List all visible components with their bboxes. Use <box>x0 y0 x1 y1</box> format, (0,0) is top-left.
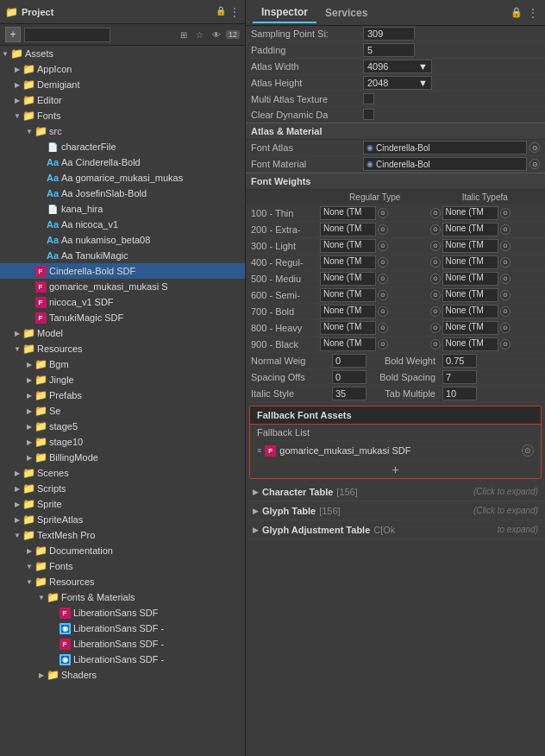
inspector-tab[interactable]: Inspector <box>253 3 316 23</box>
services-tab[interactable]: Services <box>316 3 376 22</box>
weight-reg-circle-2[interactable]: ⊙ <box>378 241 388 251</box>
bold-weight-input[interactable] <box>442 354 477 368</box>
spacing-offset-input[interactable] <box>332 370 366 384</box>
menu-icon[interactable]: ⋮ <box>229 6 240 18</box>
weight-reg-field-5[interactable]: None (TM <box>320 288 376 302</box>
star-icon[interactable]: ☆ <box>193 28 207 41</box>
weight-italic-circle-a-3[interactable]: ⊙ <box>430 257 441 268</box>
weight-reg-field-2[interactable]: None (TM <box>320 239 376 253</box>
weight-reg-circle-8[interactable]: ⊙ <box>378 339 388 350</box>
weight-italic-circle-a-5[interactable]: ⊙ <box>430 290 441 300</box>
weight-italic-field-4[interactable]: None (TM <box>442 272 498 286</box>
fallback-add-button[interactable]: + <box>388 463 402 476</box>
tree-item-nicoca_v1[interactable]: AaAa nicoca_v1 <box>0 217 245 232</box>
weight-reg-field-3[interactable]: None (TM <box>320 255 376 269</box>
weight-italic-circle-b-2[interactable]: ⊙ <box>500 241 511 251</box>
tree-item-src[interactable]: ▼📁src <box>0 123 245 139</box>
weight-reg-field-0[interactable]: None (TM <box>320 206 376 220</box>
weight-italic-circle-a-8[interactable]: ⊙ <box>430 339 441 350</box>
tree-item-characterfile[interactable]: 📄characterFile <box>0 139 245 154</box>
font-material-field[interactable]: ◉ Cinderella-Bol <box>363 157 527 171</box>
weight-italic-circle-a-1[interactable]: ⊙ <box>430 224 441 235</box>
tree-item-bgm[interactable]: ▶📁Bgm <box>0 356 245 372</box>
tree-item-nukamiso[interactable]: AaAa nukamiso_beta08 <box>0 232 245 248</box>
tree-item-documentation[interactable]: ▶📁Documentation <box>0 543 245 558</box>
tree-item-scripts[interactable]: ▶📁Scripts <box>0 481 245 496</box>
tree-item-textmeshpro[interactable]: ▼📁TextMesh Pro <box>0 527 245 543</box>
weight-italic-circle-a-7[interactable]: ⊙ <box>430 323 441 333</box>
tree-item-fonts-materials[interactable]: ▼📁Fonts & Materials <box>0 589 245 605</box>
atlas-width-dropdown[interactable]: 4096 ▼ <box>363 60 432 73</box>
add-button[interactable]: + <box>5 27 21 42</box>
padding-input[interactable] <box>363 43 415 57</box>
weight-italic-circle-b-6[interactable]: ⊙ <box>500 306 511 317</box>
weight-italic-field-3[interactable]: None (TM <box>442 255 498 269</box>
weight-italic-circle-b-5[interactable]: ⊙ <box>500 290 511 300</box>
tree-item-demigiant[interactable]: ▶📁Demigiant <box>0 77 245 92</box>
weight-reg-circle-0[interactable]: ⊙ <box>378 208 388 218</box>
tree-item-sprite[interactable]: ▶📁Sprite <box>0 496 245 512</box>
weight-reg-circle-6[interactable]: ⊙ <box>378 306 388 317</box>
drag-handle-icon[interactable]: ≡ <box>257 446 261 455</box>
tree-item-liberation-sdf3[interactable]: FLiberationSans SDF - <box>0 636 245 652</box>
weight-italic-circle-a-2[interactable]: ⊙ <box>430 241 441 251</box>
tree-item-resources[interactable]: ▼📁Resources <box>0 341 245 356</box>
tree-item-tanukimagic[interactable]: AaAa TanukiMagic <box>0 248 245 263</box>
weight-italic-field-6[interactable]: None (TM <box>442 305 498 318</box>
tree-item-nicoca-sdf[interactable]: Fnicoca_v1 SDF <box>0 294 245 310</box>
tree-item-editor[interactable]: ▶📁Editor <box>0 92 245 108</box>
tree-item-josefinslab[interactable]: AaAa JosefinSlab-Bold <box>0 186 245 201</box>
fallback-remove-button[interactable]: ⊙ <box>522 444 534 457</box>
tree-item-gomarice[interactable]: AaAa gomarice_mukasi_mukas <box>0 170 245 186</box>
weight-italic-circle-b-0[interactable]: ⊙ <box>500 208 511 218</box>
tab-multiple-input[interactable] <box>442 387 477 400</box>
weight-italic-circle-b-1[interactable]: ⊙ <box>500 224 511 235</box>
weight-reg-field-6[interactable]: None (TM <box>320 305 376 318</box>
eye-icon[interactable]: 👁 <box>210 28 223 41</box>
tree-item-liberation-sdf1[interactable]: FLiberationSans SDF <box>0 605 245 621</box>
tree-item-scenes[interactable]: ▶📁Scenes <box>0 465 245 481</box>
tree-item-fonts2[interactable]: ▼📁Fonts <box>0 558 245 574</box>
weight-reg-field-8[interactable]: None (TM <box>320 337 376 351</box>
glyph-table-section[interactable]: ▶ Glyph Table [156] (Click to expand) <box>246 501 545 520</box>
weight-italic-field-8[interactable]: None (TM <box>442 337 498 351</box>
weight-italic-circle-a-6[interactable]: ⊙ <box>430 306 441 317</box>
tree-item-model[interactable]: ▶📁Model <box>0 325 245 341</box>
tree-item-spriteatlas[interactable]: ▶📁SpriteAtlas <box>0 512 245 527</box>
font-material-circle[interactable]: ⊙ <box>529 159 540 169</box>
grid-view-icon[interactable]: ⊞ <box>177 28 191 41</box>
weight-italic-circle-b-7[interactable]: ⊙ <box>500 323 511 333</box>
weight-italic-field-5[interactable]: None (TM <box>442 288 498 302</box>
weight-italic-field-0[interactable]: None (TM <box>442 206 498 220</box>
inspector-menu-icon[interactable]: ⋮ <box>528 7 538 19</box>
tree-item-tanuki-sdf[interactable]: FTanukiMagic SDF <box>0 310 245 325</box>
tree-item-billingmode[interactable]: ▶📁BillingMode <box>0 450 245 465</box>
tree-item-liberation-sdf2[interactable]: ◉LiberationSans SDF - <box>0 621 245 636</box>
bold-spacing-input[interactable] <box>442 370 477 384</box>
clear-dynamic-checkbox[interactable] <box>363 109 374 120</box>
weight-reg-circle-1[interactable]: ⊙ <box>378 224 388 235</box>
character-table-section[interactable]: ▶ Character Table [156] (Click to expand… <box>246 482 545 501</box>
tree-item-stage5[interactable]: ▶📁stage5 <box>0 419 245 434</box>
weight-reg-field-4[interactable]: None (TM <box>320 272 376 286</box>
weight-italic-circle-b-3[interactable]: ⊙ <box>500 257 511 268</box>
weight-reg-circle-3[interactable]: ⊙ <box>378 257 388 268</box>
tree-item-kana_hira[interactable]: 📄kana_hira <box>0 201 245 217</box>
lock-inspector-icon[interactable]: 🔒 <box>511 7 523 19</box>
font-atlas-circle[interactable]: ⊙ <box>529 142 540 153</box>
tree-item-jingle[interactable]: ▶📁Jingle <box>0 372 245 387</box>
tree-item-liberation-sdf4[interactable]: ◉LiberationSans SDF - <box>0 652 245 667</box>
sampling-input[interactable] <box>363 27 415 41</box>
weight-italic-circle-b-8[interactable]: ⊙ <box>500 339 511 350</box>
weight-reg-circle-5[interactable]: ⊙ <box>378 290 388 300</box>
weight-italic-field-1[interactable]: None (TM <box>442 223 498 236</box>
tree-item-resources2[interactable]: ▼📁Resources <box>0 574 245 589</box>
font-atlas-field[interactable]: ◉ Cinderella-Bol <box>363 141 527 154</box>
weight-italic-circle-a-0[interactable]: ⊙ <box>430 208 441 218</box>
weight-reg-circle-4[interactable]: ⊙ <box>378 274 388 284</box>
tree-item-gomarice-sdf[interactable]: Fgomarice_mukasi_mukasi S <box>0 279 245 294</box>
weight-italic-field-2[interactable]: None (TM <box>442 239 498 253</box>
tree-item-appicon[interactable]: ▶📁AppIcon <box>0 61 245 77</box>
tree-item-cinderella-sdf[interactable]: FCinderella-Bold SDF <box>0 263 245 279</box>
tree-item-shaders[interactable]: ▶📁Shaders <box>0 667 245 683</box>
